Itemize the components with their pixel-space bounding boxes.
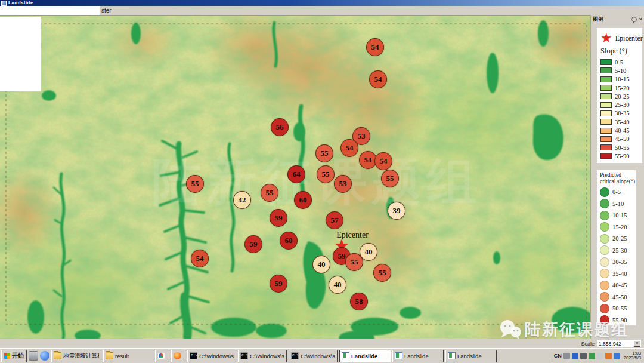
taskbar-button-color-app[interactable] xyxy=(155,350,169,362)
close-icon[interactable]: × xyxy=(639,17,642,22)
cmd-icon xyxy=(240,352,248,359)
volume-icon[interactable] xyxy=(564,353,570,359)
taskbar-button-landslide-3[interactable]: Landslide xyxy=(445,350,497,362)
slope-marker[interactable]: 55 xyxy=(317,165,335,183)
slope-marker[interactable]: 54 xyxy=(340,139,358,157)
scale-combo[interactable]: 1:858,942 ▼ xyxy=(597,340,641,347)
taskbar-button-program-folder[interactable]: 地震滑坡计算程序... xyxy=(51,350,101,362)
epicenter-label: Epicenter xyxy=(336,230,369,240)
help-icon[interactable] xyxy=(572,353,578,359)
slope-marker[interactable]: 57 xyxy=(326,211,343,229)
legend-panel: 图例 × Epicenter Slope (°) 0-55-1010-1515-… xyxy=(590,15,644,339)
slope-marker[interactable]: 55 xyxy=(261,184,278,202)
message-icon[interactable] xyxy=(597,353,603,359)
legend-swatch xyxy=(600,199,609,208)
media-player-icon[interactable] xyxy=(40,351,49,361)
chevron-down-icon[interactable]: ▼ xyxy=(634,340,640,347)
critical-legend-rows: 0-55-1010-1515-2020-2525-3030-3535-4040-… xyxy=(600,186,636,326)
slope-marker[interactable]: 59 xyxy=(244,235,262,253)
folder-icon xyxy=(106,352,113,359)
legend-panel-title: 图例 xyxy=(593,16,603,23)
slope-marker[interactable]: 56 xyxy=(271,118,289,136)
window-title: Landslide xyxy=(8,0,33,6)
taskbar-button-label: Landslide xyxy=(351,353,377,359)
legend-swatch xyxy=(600,85,612,91)
taskbar-button-landslide-2[interactable]: Landslide xyxy=(392,350,444,362)
taskbar-button-cmd-2[interactable]: C:\Windows\syste... xyxy=(238,350,287,362)
legend-range-label: 55-90 xyxy=(615,153,630,159)
legend-range-label: 0-5 xyxy=(612,189,621,195)
printer-icon[interactable] xyxy=(29,351,38,361)
slope-marker[interactable]: 55 xyxy=(345,253,363,271)
critical-legend-title: Predicted critical slope(°) xyxy=(600,172,636,185)
eject-icon[interactable] xyxy=(580,353,587,359)
legend-swatch xyxy=(600,281,609,290)
taskbar-button-cmd-3[interactable]: C:\Windows\syste... xyxy=(289,350,338,362)
taskbar: 开始 地震滑坡计算程序...resultC:\Windows\syste...C… xyxy=(0,348,644,363)
slope-marker[interactable]: 42 xyxy=(233,191,251,209)
slope-marker[interactable]: 54 xyxy=(191,250,209,267)
legend-range-label: 25-30 xyxy=(615,101,630,108)
slope-marker[interactable]: 54 xyxy=(369,70,387,88)
scale-label: Scale xyxy=(581,341,595,347)
start-button[interactable]: 开始 xyxy=(1,350,27,362)
slope-marker[interactable]: 53 xyxy=(334,175,352,193)
legend-range-label: 40-45 xyxy=(612,282,627,288)
slope-marker[interactable]: 40 xyxy=(329,276,346,294)
slope-marker[interactable]: 60 xyxy=(280,232,298,250)
app-icon xyxy=(342,352,349,359)
security-icon[interactable] xyxy=(589,353,595,359)
clock-date: 2023/5/3 xyxy=(624,355,641,361)
menu-item-raster-fragment[interactable]: ster xyxy=(101,7,112,14)
alert-icon[interactable] xyxy=(605,353,612,359)
slope-marker[interactable]: 64 xyxy=(287,165,305,183)
slope-marker[interactable]: 58 xyxy=(350,293,368,310)
legend-range-label: 0-5 xyxy=(615,59,623,66)
slope-marker[interactable]: 40 xyxy=(312,256,330,273)
legend-range-label: 35-40 xyxy=(615,119,630,125)
legend-item: 30-35 xyxy=(600,109,642,118)
taskbar-button-firefox[interactable] xyxy=(171,350,185,362)
slope-marker[interactable]: 55 xyxy=(186,175,204,193)
legend-swatch xyxy=(600,76,612,82)
ime-language-indicator[interactable]: CN xyxy=(554,353,562,359)
folder-icon xyxy=(54,352,61,359)
slope-marker[interactable]: 54 xyxy=(366,38,384,56)
slope-marker[interactable]: 59 xyxy=(270,275,287,293)
legend-range-label: 30-35 xyxy=(615,110,630,116)
legend-swatch xyxy=(600,93,612,99)
legend-item: 0-5 xyxy=(600,58,642,66)
taskbar-button-cmd-1[interactable]: C:\Windows\syste... xyxy=(187,350,236,362)
pin-icon[interactable] xyxy=(631,17,637,22)
slope-marker[interactable]: 59 xyxy=(270,209,287,227)
slope-marker[interactable]: 55 xyxy=(315,144,333,162)
legend-item: 40-45 xyxy=(600,126,642,134)
legend-swatch xyxy=(600,211,609,220)
legend-item: 45-50 xyxy=(600,291,636,303)
slope-legend-box: Epicenter Slope (°) 0-55-1010-1515-2020-… xyxy=(597,28,642,163)
taskbar-buttons: 地震滑坡计算程序...resultC:\Windows\syste...C:\W… xyxy=(51,350,497,362)
slope-marker[interactable]: 55 xyxy=(381,170,399,187)
legend-range-label: 15-20 xyxy=(615,85,630,91)
slope-marker[interactable]: 54 xyxy=(374,152,392,170)
legend-item: 5-10 xyxy=(600,198,636,210)
legend-swatch xyxy=(600,234,609,244)
epicenter-legend-entry: Epicenter xyxy=(600,30,642,46)
start-button-label: 开始 xyxy=(12,352,24,360)
legend-range-label: 45-50 xyxy=(615,136,630,142)
slope-marker[interactable]: 39 xyxy=(388,202,405,220)
legend-item: 10-15 xyxy=(600,210,636,222)
taskbar-button-result-folder[interactable]: result xyxy=(103,350,153,362)
epicenter-star-legend-icon xyxy=(600,32,612,45)
network-icon[interactable] xyxy=(614,353,620,359)
epicenter-legend-label: Epicenter xyxy=(615,34,643,43)
circles-icon xyxy=(157,352,165,359)
slope-marker[interactable]: 60 xyxy=(294,191,312,209)
legend-range-label: 30-35 xyxy=(612,259,627,265)
map-canvas[interactable]: 陆新征课题组 545456535455545464555553555542603… xyxy=(0,16,644,339)
taskbar-button-landslide-1[interactable]: Landslide xyxy=(339,350,391,362)
legend-item: 20-25 xyxy=(600,233,636,245)
app-icon xyxy=(448,352,456,359)
taskbar-clock[interactable]: 1:03 2023/5/3 xyxy=(624,351,641,361)
slope-marker[interactable]: 55 xyxy=(373,264,391,282)
